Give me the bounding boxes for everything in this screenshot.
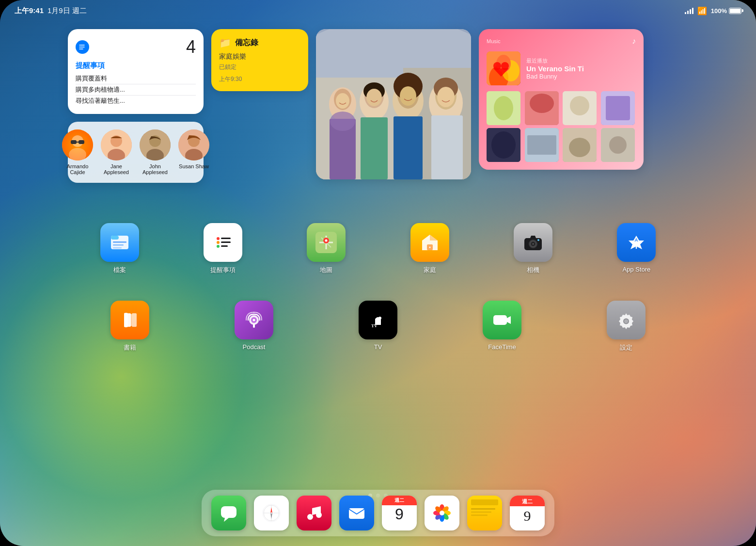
app-home[interactable]: 家庭 xyxy=(401,223,459,274)
reminders-icon xyxy=(76,40,89,54)
notes-locked: 已鎖定 xyxy=(219,63,300,71)
album-thumb-3[interactable] xyxy=(563,91,597,125)
battery-percent: 100% xyxy=(711,7,727,15)
music-album-grid xyxy=(487,91,636,162)
app-tv[interactable]: TV TV xyxy=(349,301,407,352)
svg-rect-10 xyxy=(79,140,84,144)
notes-folder-icon: 📁 xyxy=(219,37,231,48)
svg-rect-76 xyxy=(221,238,231,239)
app-facetime[interactable]: FaceTime xyxy=(473,301,531,352)
avatar-armando xyxy=(62,129,93,161)
album-thumb-2[interactable] xyxy=(525,91,559,125)
album-thumb-5[interactable] xyxy=(487,128,520,162)
status-time: 上午9:41 xyxy=(15,6,44,16)
app-settings[interactable]: 設定 xyxy=(597,301,655,352)
reminders-app-icon xyxy=(204,223,242,262)
contact-name-armando: ArmandoCajide xyxy=(67,163,89,175)
tv-icon: TV xyxy=(359,301,397,339)
svg-text:9: 9 xyxy=(524,508,531,524)
notes-subtitle: 家庭娛樂 xyxy=(219,52,300,61)
app-reminders[interactable]: 提醒事項 xyxy=(194,223,252,274)
contact-armando[interactable]: ArmandoCajide xyxy=(62,129,93,175)
status-date: 1月9日 週二 xyxy=(47,6,87,16)
widget-col-left: 4 提醒事項 購買覆蓋料 購買多肉植物適... 尋找沿著籬笆生... xyxy=(68,29,204,183)
svg-point-83 xyxy=(325,240,328,242)
contact-jane[interactable]: JaneAppleseed xyxy=(101,129,132,175)
app-maps[interactable]: 地圖 xyxy=(297,223,355,274)
contact-name-john: JohnAppleseed xyxy=(142,163,168,175)
dock-notes[interactable] xyxy=(467,496,502,530)
svg-point-4 xyxy=(79,47,80,48)
app-label-reminders: 提醒事項 xyxy=(210,266,236,274)
dock-photos[interactable] xyxy=(425,496,459,530)
contact-name-jane: JaneAppleseed xyxy=(104,163,129,175)
notes-widget-title: 備忘錄 xyxy=(235,38,258,48)
svg-point-126 xyxy=(440,511,444,515)
books-icon xyxy=(110,301,149,339)
app-podcasts[interactable]: Podcast xyxy=(225,301,283,352)
album-thumb-1[interactable] xyxy=(487,91,520,125)
svg-rect-100 xyxy=(253,324,255,328)
widget-notes[interactable]: 📁 備忘錄 家庭娛樂 已鎖定 上午9:30 xyxy=(211,29,308,91)
svg-point-67 xyxy=(569,138,590,157)
svg-point-5 xyxy=(79,48,80,49)
album-thumb-7[interactable] xyxy=(563,128,597,162)
widget-photo[interactable] xyxy=(316,29,471,179)
album-thumb-8[interactable] xyxy=(601,128,635,162)
reminder-item-3: 尋找沿著籬笆生... xyxy=(76,96,196,106)
app-appstore[interactable]: App Store xyxy=(607,223,665,274)
widget-contacts[interactable]: ArmandoCajide JaneAppleseed xyxy=(68,122,204,183)
music-song-title: Un Verano Sin Ti xyxy=(526,64,636,73)
ipad-frame: 上午9:41 1月9日 週二 📶 100% xyxy=(0,0,756,546)
app-camera[interactable]: 相機 xyxy=(504,223,562,274)
dock: 週二 9 xyxy=(202,490,554,536)
svg-rect-9 xyxy=(71,140,77,144)
calendar-date: 9 xyxy=(395,506,404,522)
dock-messages[interactable] xyxy=(211,496,246,530)
notes-time: 上午9:30 xyxy=(219,75,300,83)
maps-icon xyxy=(307,223,346,262)
app-label-appstore: App Store xyxy=(622,266,650,273)
contact-john[interactable]: JohnAppleseed xyxy=(140,129,171,175)
svg-rect-96 xyxy=(132,313,137,327)
app-label-maps: 地圖 xyxy=(320,266,332,274)
widgets-area: 4 提醒事項 購買覆蓋料 購買多肉植物適... 尋找沿著籬笆生... xyxy=(68,29,688,183)
svg-rect-80 xyxy=(221,245,228,247)
app-label-home: 家庭 xyxy=(424,266,436,274)
album-thumb-4[interactable] xyxy=(601,91,635,125)
app-books[interactable]: 書籍 xyxy=(101,301,159,352)
avatar-jane xyxy=(101,129,132,161)
widget-reminders[interactable]: 4 提醒事項 購買覆蓋料 購買多肉植物適... 尋找沿著籬笆生... xyxy=(68,29,204,114)
dock-findmy[interactable]: 週二 9 xyxy=(510,496,545,530)
music-header-label: Music xyxy=(487,38,501,44)
widget-music[interactable]: Music ♪ xyxy=(479,29,644,170)
svg-point-43 xyxy=(336,93,349,109)
reminder-item-2: 購買多肉植物適... xyxy=(76,84,196,96)
dock-safari[interactable] xyxy=(254,496,289,530)
svg-rect-41 xyxy=(431,115,463,179)
app-grid-row2: 書籍 Podcast xyxy=(68,301,688,352)
svg-rect-107 xyxy=(221,506,236,518)
svg-point-106 xyxy=(624,320,628,323)
dock-music[interactable] xyxy=(297,496,331,530)
music-now-playing: 最近播放 Un Verano Sin Ti Bad Bunny xyxy=(487,51,636,85)
svg-point-75 xyxy=(217,237,220,240)
app-label-files: 檔案 xyxy=(113,266,126,274)
svg-marker-108 xyxy=(224,518,229,522)
settings-icon xyxy=(607,301,646,339)
contact-susan[interactable]: Susan Shaw xyxy=(178,129,209,175)
dock-mail[interactable] xyxy=(339,496,374,530)
album-thumb-6[interactable] xyxy=(525,128,559,162)
reminders-count: 4 xyxy=(186,37,196,57)
svg-point-59 xyxy=(570,96,589,115)
svg-point-101 xyxy=(378,317,381,320)
app-files[interactable]: 檔案 xyxy=(91,223,149,274)
dock-calendar[interactable]: 週二 9 xyxy=(382,496,417,530)
app-label-podcasts: Podcast xyxy=(243,343,266,351)
music-note-icon: ♪ xyxy=(632,37,636,46)
reminders-title: 提醒事項 xyxy=(76,61,196,70)
svg-text:週二: 週二 xyxy=(522,498,533,504)
reminder-item-1: 購買覆蓋料 xyxy=(76,73,196,84)
facetime-icon xyxy=(483,301,521,339)
svg-marker-104 xyxy=(507,316,511,324)
